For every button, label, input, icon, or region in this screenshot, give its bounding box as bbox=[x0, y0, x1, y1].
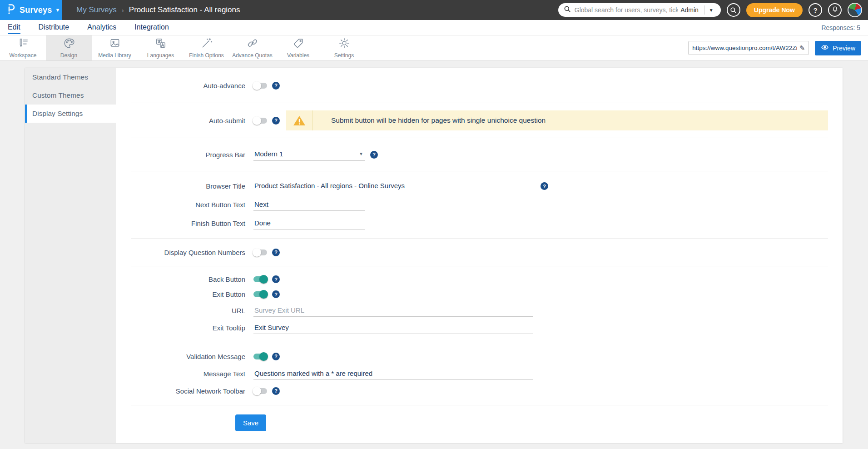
auto-submit-toggle[interactable] bbox=[253, 118, 267, 124]
breadcrumb: My Surveys › Product Satisfaction - All … bbox=[76, 5, 240, 15]
sidebar-item-custom-themes[interactable]: Custom Themes bbox=[25, 86, 116, 105]
search-submit-button[interactable] bbox=[727, 3, 740, 17]
message-text-label: Message Text bbox=[131, 370, 253, 378]
toolbar-label: Languages bbox=[147, 52, 174, 59]
auto-submit-label: Auto-submit bbox=[131, 117, 253, 125]
back-button-label: Back Button bbox=[131, 275, 253, 283]
exit-url-input[interactable] bbox=[253, 304, 533, 317]
survey-url: https://www.questionpro.com/t/AW22ZiOP bbox=[692, 45, 796, 51]
toolbar-item-settings[interactable]: Settings bbox=[321, 35, 367, 60]
survey-url-box[interactable]: https://www.questionpro.com/t/AW22ZiOP ✎ bbox=[688, 41, 809, 55]
auto-advance-label: Auto-advance bbox=[131, 82, 253, 90]
topbar-actions: Admin ▼ Upgrade Now ? bbox=[558, 3, 868, 17]
user-avatar[interactable] bbox=[848, 3, 862, 17]
design-icon bbox=[63, 37, 75, 50]
exit-tooltip-label: Exit Tooltip bbox=[131, 324, 253, 332]
advance-quotas-icon bbox=[247, 37, 258, 50]
toolbar-item-workspace[interactable]: Workspace bbox=[0, 35, 46, 60]
toolbar-label: Workspace bbox=[10, 52, 37, 59]
display-question-numbers-help-icon[interactable]: ? bbox=[272, 249, 280, 256]
toolbar-label: Media Library bbox=[98, 52, 131, 59]
toolbar-label: Finish Options bbox=[189, 52, 224, 59]
next-button-text-label: Next Button Text bbox=[131, 201, 253, 209]
sidebar-item-display-settings[interactable]: Display Settings bbox=[25, 105, 116, 123]
toolbar-item-variables[interactable]: Variables bbox=[275, 35, 321, 60]
toolbar-item-finish-options[interactable]: Finish Options bbox=[184, 35, 229, 60]
nav-tab-row: Edit Distribute Analytics Integration Re… bbox=[0, 20, 868, 35]
variables-icon bbox=[293, 37, 304, 50]
social-network-toolbar-help-icon[interactable]: ? bbox=[272, 387, 280, 395]
notifications-button[interactable] bbox=[828, 3, 842, 17]
finish-button-text-label: Finish Button Text bbox=[131, 220, 253, 227]
edit-toolbar: Workspace Design Media Library Lang bbox=[0, 35, 868, 61]
save-button[interactable]: Save bbox=[235, 414, 266, 431]
tab-distribute[interactable]: Distribute bbox=[39, 21, 69, 34]
settings-icon bbox=[338, 37, 350, 50]
toolbar-label: Settings bbox=[334, 52, 354, 59]
progress-bar-value: Modern 1 bbox=[254, 150, 283, 158]
progress-bar-help-icon[interactable]: ? bbox=[370, 151, 378, 159]
display-question-numbers-toggle[interactable] bbox=[253, 249, 267, 255]
next-button-text-input[interactable] bbox=[253, 199, 365, 211]
product-switcher[interactable]: Surveys ▼ bbox=[0, 0, 62, 20]
eye-icon bbox=[821, 44, 829, 52]
questionpro-logo-icon bbox=[6, 3, 16, 17]
finish-button-text-input[interactable] bbox=[253, 217, 365, 229]
toolbar-item-advance-quotas[interactable]: Advance Quotas bbox=[229, 35, 275, 60]
auto-advance-toggle[interactable] bbox=[253, 83, 267, 89]
tab-analytics[interactable]: Analytics bbox=[87, 21, 116, 34]
chevron-down-icon: ▼ bbox=[359, 151, 363, 156]
upgrade-now-button[interactable]: Upgrade Now bbox=[746, 3, 803, 17]
help-button[interactable]: ? bbox=[808, 3, 822, 17]
message-text-input[interactable] bbox=[253, 368, 533, 380]
breadcrumb-separator: › bbox=[122, 6, 124, 14]
warning-message: Submit button will be hidden for pages w… bbox=[313, 110, 546, 130]
warning-triangle-icon bbox=[286, 110, 312, 130]
back-button-toggle[interactable] bbox=[253, 276, 267, 282]
toolbar-label: Advance Quotas bbox=[232, 52, 273, 59]
tab-integration[interactable]: Integration bbox=[134, 21, 169, 34]
browser-title-label: Browser Title bbox=[131, 182, 253, 190]
preview-button[interactable]: Preview bbox=[815, 41, 861, 55]
sidebar-item-standard-themes[interactable]: Standard Themes bbox=[25, 68, 116, 86]
preview-label: Preview bbox=[833, 45, 855, 52]
breadcrumb-my-surveys[interactable]: My Surveys bbox=[76, 5, 117, 15]
toolbar-item-design[interactable]: Design bbox=[46, 35, 92, 60]
toolbar-item-media-library[interactable]: Media Library bbox=[92, 35, 138, 60]
survey-title: Product Satisfaction - All regions bbox=[129, 5, 240, 15]
tab-edit[interactable]: Edit bbox=[8, 21, 20, 34]
edit-url-icon[interactable]: ✎ bbox=[799, 44, 805, 52]
back-button-help-icon[interactable]: ? bbox=[272, 275, 280, 283]
auto-advance-help-icon[interactable]: ? bbox=[272, 82, 280, 90]
validation-message-toggle[interactable] bbox=[253, 354, 267, 359]
exit-url-label: URL bbox=[131, 307, 253, 314]
question-mark-icon: ? bbox=[813, 6, 817, 14]
validation-message-help-icon[interactable]: ? bbox=[272, 353, 280, 360]
exit-tooltip-input[interactable] bbox=[253, 322, 533, 334]
search-scope-caret-icon[interactable]: ▼ bbox=[704, 8, 718, 13]
progress-bar-label: Progress Bar bbox=[131, 151, 253, 159]
exit-button-label: Exit Button bbox=[131, 290, 253, 298]
exit-button-toggle[interactable] bbox=[253, 291, 267, 297]
global-search-input[interactable] bbox=[575, 6, 678, 14]
toolbar-label: Design bbox=[60, 52, 77, 59]
browser-title-input[interactable] bbox=[253, 180, 533, 192]
auto-submit-help-icon[interactable]: ? bbox=[272, 117, 280, 125]
design-settings-card: Standard Themes Custom Themes Display Se… bbox=[25, 68, 843, 443]
bell-icon bbox=[832, 5, 838, 15]
top-bar: Surveys ▼ My Surveys › Product Satisfact… bbox=[0, 0, 868, 20]
workspace-icon bbox=[17, 37, 29, 50]
finish-options-icon bbox=[201, 37, 213, 50]
toolbar-item-languages[interactable]: Languages bbox=[138, 35, 184, 60]
validation-message-label: Validation Message bbox=[131, 353, 253, 360]
exit-button-help-icon[interactable]: ? bbox=[272, 290, 280, 298]
brand-label: Surveys bbox=[20, 5, 52, 15]
media-library-icon bbox=[109, 37, 121, 50]
search-scope-selector[interactable]: Admin bbox=[678, 6, 704, 14]
search-icon bbox=[564, 5, 571, 15]
chevron-down-icon: ▼ bbox=[55, 7, 60, 13]
progress-bar-select[interactable]: Modern 1 ▼ bbox=[253, 149, 365, 160]
social-network-toolbar-toggle[interactable] bbox=[253, 388, 267, 394]
browser-title-help-icon[interactable]: ? bbox=[541, 182, 548, 190]
global-search: Admin ▼ bbox=[558, 3, 721, 17]
